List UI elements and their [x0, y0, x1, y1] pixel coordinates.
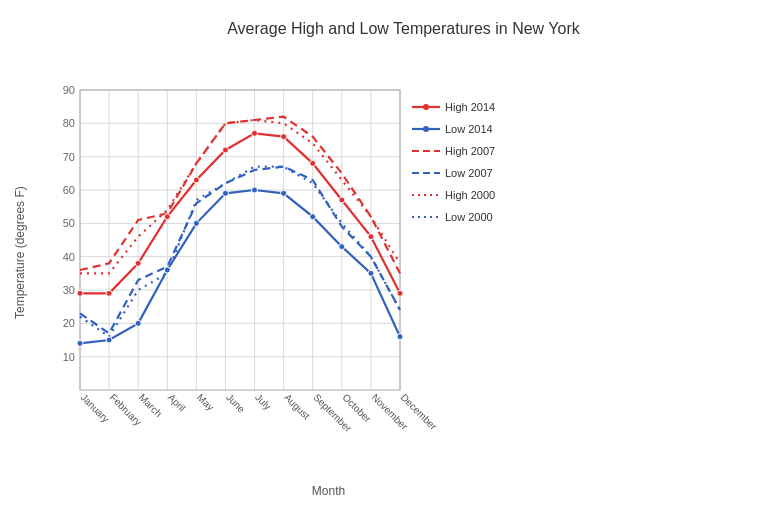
svg-text:10: 10 [63, 351, 75, 363]
svg-point-65 [368, 270, 374, 276]
svg-point-50 [281, 134, 287, 140]
svg-point-55 [77, 340, 83, 346]
y-axis-label: Temperature (degrees F) [10, 48, 30, 458]
svg-text:High 2007: High 2007 [445, 145, 495, 157]
svg-text:April: April [166, 392, 188, 414]
svg-text:60: 60 [63, 184, 75, 196]
svg-text:40: 40 [63, 251, 75, 263]
svg-point-52 [339, 197, 345, 203]
svg-point-54 [397, 290, 403, 296]
svg-text:High 2014: High 2014 [445, 101, 495, 113]
svg-text:20: 20 [63, 317, 75, 329]
svg-text:May: May [195, 392, 216, 413]
svg-rect-30 [80, 90, 400, 390]
svg-text:30: 30 [63, 284, 75, 296]
svg-point-46 [164, 214, 170, 220]
svg-text:70: 70 [63, 151, 75, 163]
chart-svg: 102030405060708090JanuaryFebruaryMarchAp… [30, 48, 560, 482]
svg-text:Low 2007: Low 2007 [445, 167, 493, 179]
svg-text:July: July [253, 392, 273, 412]
svg-text:June: June [224, 392, 247, 415]
chart-title: Average High and Low Temperatures in New… [70, 20, 737, 38]
svg-point-47 [193, 177, 199, 183]
svg-point-49 [252, 130, 258, 136]
svg-text:90: 90 [63, 84, 75, 96]
svg-point-48 [222, 147, 228, 153]
svg-text:January: January [79, 392, 112, 425]
svg-point-56 [106, 337, 112, 343]
svg-text:50: 50 [63, 217, 75, 229]
svg-point-68 [423, 104, 429, 110]
svg-point-60 [222, 190, 228, 196]
svg-point-59 [193, 220, 199, 226]
svg-point-45 [135, 260, 141, 266]
svg-point-71 [423, 126, 429, 132]
svg-point-62 [281, 190, 287, 196]
x-axis-label: Month [80, 482, 577, 498]
svg-text:80: 80 [63, 117, 75, 129]
svg-point-58 [164, 267, 170, 273]
chart-inner: 102030405060708090JanuaryFebruaryMarchAp… [30, 48, 737, 498]
chart-container: Average High and Low Temperatures in New… [0, 0, 757, 525]
svg-text:March: March [137, 392, 164, 419]
svg-text:High 2000: High 2000 [445, 189, 495, 201]
svg-point-66 [397, 334, 403, 340]
svg-text:Low 2014: Low 2014 [445, 123, 493, 135]
svg-text:August: August [282, 392, 312, 422]
svg-point-63 [310, 214, 316, 220]
svg-point-43 [77, 290, 83, 296]
chart-area: Temperature (degrees F) 1020304050607080… [10, 48, 737, 498]
svg-point-64 [339, 244, 345, 250]
svg-point-53 [368, 234, 374, 240]
svg-point-44 [106, 290, 112, 296]
svg-text:Low 2000: Low 2000 [445, 211, 493, 223]
svg-point-61 [252, 187, 258, 193]
svg-point-57 [135, 320, 141, 326]
svg-point-51 [310, 160, 316, 166]
